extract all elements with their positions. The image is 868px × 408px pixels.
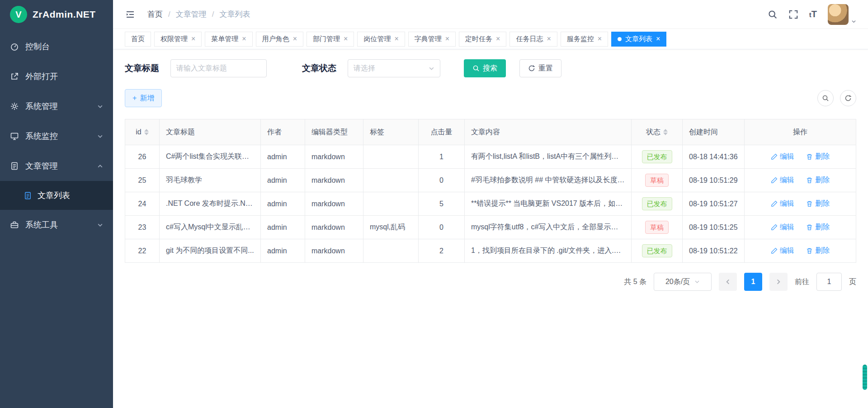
edit-link[interactable]: 编辑 (771, 152, 794, 161)
edit-link[interactable]: 编辑 (771, 246, 794, 256)
col-actions: 操作 (745, 119, 856, 145)
page-unit-label: 页 (849, 277, 856, 287)
delete-link[interactable]: 删除 (806, 199, 830, 209)
sidebar-item-system-monitor[interactable]: 系统监控 (0, 121, 113, 151)
close-icon[interactable]: × (445, 35, 449, 43)
cell-hits: 5 (419, 192, 465, 216)
reset-button[interactable]: 重置 (519, 59, 561, 77)
tab-department[interactable]: 部门管理 × (307, 32, 354, 47)
table-toolbar: + 新增 (125, 89, 856, 107)
close-icon[interactable]: × (656, 35, 660, 43)
collapse-menu-icon[interactable] (125, 9, 136, 20)
delete-link[interactable]: 删除 (806, 152, 830, 161)
prev-page-button[interactable] (719, 273, 737, 291)
col-title: 文章标题 (160, 119, 261, 145)
tab-menu-admin[interactable]: 菜单管理 × (205, 32, 252, 47)
tab-service-monitor[interactable]: 服务监控 × (561, 32, 608, 47)
sidebar-item-system-tools[interactable]: 系统工具 (0, 210, 113, 240)
tab-label: 定时任务 (465, 35, 492, 43)
sort-icon[interactable] (144, 129, 149, 135)
close-icon[interactable]: × (547, 35, 551, 43)
breadcrumb-home[interactable]: 首页 (147, 9, 163, 19)
tab-scheduled-task[interactable]: 定时任务 × (459, 32, 506, 47)
cell-hits: 0 (419, 216, 465, 239)
cell-actions: 编辑 删除 (745, 169, 856, 192)
font-size-icon[interactable]: tT (809, 9, 817, 19)
sidebar-item-system-admin[interactable]: 系统管理 (0, 91, 113, 121)
add-button[interactable]: + 新增 (125, 89, 162, 107)
cell-title: C#两个list集合实现关联，... (160, 145, 261, 169)
tab-label: 权限管理 (160, 35, 188, 43)
close-icon[interactable]: × (242, 35, 246, 43)
close-icon[interactable]: × (598, 35, 602, 43)
goto-page-input[interactable] (816, 273, 842, 291)
edit-link[interactable]: 编辑 (771, 223, 794, 232)
page-number-active[interactable]: 1 (744, 273, 762, 291)
fullscreen-icon[interactable] (788, 9, 798, 19)
sidebar-item-article-list[interactable]: 文章列表 (0, 181, 113, 210)
tab-dictionary[interactable]: 字典管理 × (408, 32, 456, 47)
edit-link[interactable]: 编辑 (771, 176, 794, 185)
article-status-select[interactable]: 请选择 (348, 59, 440, 77)
cell-created: 08-19 10:51:25 (683, 216, 745, 239)
delete-link[interactable]: 删除 (806, 176, 830, 185)
refresh-icon[interactable] (840, 90, 856, 106)
chevron-down-icon (694, 279, 700, 285)
user-menu[interactable] (828, 4, 856, 25)
sidebar-item-label: 外部打开 (25, 71, 58, 82)
tab-home[interactable]: 首页 (125, 32, 151, 47)
close-icon[interactable]: × (496, 35, 500, 43)
tab-label: 字典管理 (415, 35, 442, 43)
close-icon[interactable]: × (293, 35, 297, 43)
sidebar-item-article-admin[interactable]: 文章管理 (0, 151, 113, 181)
tab-user-role[interactable]: 用户角色 × (256, 32, 303, 47)
tab-permission[interactable]: 权限管理 × (154, 32, 202, 47)
close-icon[interactable]: × (394, 35, 398, 43)
dashboard-icon (10, 42, 19, 51)
cell-id: 26 (125, 145, 160, 169)
app-root: V ZrAdmin.NET 控制台 外部打开 系统管理 (0, 0, 868, 408)
close-icon[interactable]: × (191, 35, 195, 43)
next-page-button[interactable] (769, 273, 788, 291)
table-tools (817, 90, 856, 106)
tab-article-list[interactable]: 文章列表 × (611, 32, 666, 47)
cell-title: .NET Core 发布时提示.NET... (160, 192, 261, 216)
main-area: 首页 / 文章管理 / 文章列表 tT (113, 0, 868, 408)
article-title-input[interactable] (170, 59, 267, 77)
cell-tags (363, 192, 419, 216)
sidebar-item-label: 文章列表 (38, 190, 70, 201)
content: 文章标题 文章状态 请选择 搜索 重置 (113, 49, 868, 408)
app-title: ZrAdmin.NET (33, 9, 96, 20)
scrollbar-thumb[interactable] (863, 365, 867, 390)
toggle-search-icon[interactable] (817, 90, 834, 106)
search-button[interactable]: 搜索 (464, 59, 506, 77)
search-icon[interactable] (768, 9, 778, 19)
delete-link[interactable]: 删除 (806, 223, 830, 232)
cell-id: 24 (125, 192, 160, 216)
tab-label: 首页 (131, 35, 145, 43)
tab-post[interactable]: 岗位管理 × (357, 32, 405, 47)
cell-tags: mysql,乱码 (363, 216, 419, 239)
status-badge: 已发布 (642, 197, 672, 210)
cell-editor: markdown (305, 169, 363, 192)
cell-id: 22 (125, 239, 160, 263)
avatar[interactable] (828, 4, 849, 25)
cell-editor: markdown (305, 239, 363, 263)
cell-author: admin (261, 145, 305, 169)
breadcrumb-separator: / (212, 10, 214, 19)
cell-author: admin (261, 192, 305, 216)
tags-view-bar: 首页 权限管理 × 菜单管理 × 用户角色 × 部门管理 × 岗位管理 × (113, 29, 868, 49)
edit-link[interactable]: 编辑 (771, 199, 794, 209)
article-title-label: 文章标题 (125, 62, 159, 74)
filter-row: 文章标题 文章状态 请选择 搜索 重置 (125, 59, 856, 77)
breadcrumb-article-admin[interactable]: 文章管理 (176, 9, 207, 19)
tab-task-log[interactable]: 任务日志 × (509, 32, 557, 47)
sidebar-item-dashboard[interactable]: 控制台 (0, 32, 113, 62)
sort-icon[interactable] (663, 129, 668, 135)
col-created: 创建时间 (683, 119, 745, 145)
delete-link[interactable]: 删除 (806, 246, 830, 256)
close-icon[interactable]: × (344, 35, 348, 43)
cell-status: 已发布 (632, 192, 683, 216)
page-size-select[interactable]: 20条/页 (654, 273, 712, 291)
sidebar-item-external[interactable]: 外部打开 (0, 62, 113, 91)
